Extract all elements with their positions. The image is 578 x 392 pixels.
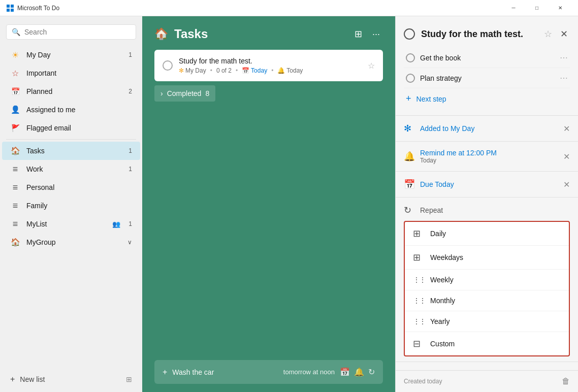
step-more-icon[interactable]: ⋯ [560,53,568,62]
task-star-icon[interactable]: ☆ [368,61,375,71]
svg-rect-3 [11,9,14,12]
completed-count: 8 [205,89,209,97]
due-section[interactable]: 📅 Due Today ✕ [396,172,578,198]
sidebar-item-important[interactable]: ☆ Important [2,64,140,82]
add-step-button[interactable]: + Next step [404,88,570,109]
repeat-yearly[interactable]: ⋮⋮ Yearly [405,311,569,332]
sidebar-item-label: Planned [26,87,122,95]
due-remove-button[interactable]: ✕ [563,180,570,189]
new-list-button[interactable]: + New list ⊞ [2,371,140,388]
detail-task-title: Study for the math test. [421,29,538,40]
detail-close-button[interactable]: ✕ [558,26,570,42]
more-options-button[interactable]: ··· [369,26,383,42]
my-day-remove-button[interactable]: ✕ [563,124,570,134]
sidebar-item-mygroup[interactable]: 🏠 MyGroup ∨ [2,233,140,251]
detail-star-icon[interactable]: ☆ [544,28,552,40]
add-task-repeat-icon[interactable]: ↻ [368,367,375,377]
repeat-custom[interactable]: ⊟ Custom [405,332,569,355]
new-list-label: New list [20,375,45,383]
completed-section[interactable]: › Completed 8 [154,85,215,102]
sidebar-item-label: Personal [26,183,132,191]
task-complete-circle[interactable] [163,60,173,71]
new-list-options-icon: ⊞ [126,375,132,383]
app-logo: Microsoft To Do [6,4,59,12]
close-button[interactable]: ✕ [549,0,572,16]
sidebar-item-label: Tasks [26,147,122,155]
sidebar-item-work[interactable]: ≡ Work 1 [2,160,140,178]
repeat-label-row[interactable]: ↻ Repeat [404,203,570,221]
task-title: Study for the math test. [179,57,362,65]
family-icon: ≡ [10,201,20,211]
sidebar-item-flagged[interactable]: 🚩 Flagged email [2,119,140,137]
detail-header: Study for the math test. ☆ ✕ [396,16,578,48]
tasks-header: 🏠 Tasks ⊞ ··· [142,16,395,50]
add-task-text: Wash the car [172,368,278,376]
weekdays-label: Weekdays [430,253,463,262]
svg-rect-1 [11,5,14,8]
add-task-actions: 📅 🔔 ↻ [340,367,375,377]
repeat-daily[interactable]: ⊞ Daily [405,222,569,246]
sidebar-item-personal[interactable]: ≡ Personal [2,178,140,197]
repeat-weekdays[interactable]: ⊞ Weekdays [405,246,569,270]
custom-icon: ⊟ [413,338,424,349]
step-circle[interactable] [406,53,415,62]
sidebar-item-assigned[interactable]: 👤 Assigned to me [2,101,140,119]
work-icon: ≡ [10,164,20,174]
sidebar: 🔍 ☀ My Day 1 ☆ Important 📅 Planned 2 👤 A… [0,16,142,392]
mylist-icon: ≡ [10,219,20,229]
tasks-count: 1 [129,147,132,154]
delete-task-button[interactable]: 🗑 [562,377,570,386]
weekly-icon: ⋮⋮ [413,276,424,284]
sidebar-item-label: My Day [26,51,122,59]
bell-icon: 🔔 [277,67,285,74]
remind-section-content: Remind me at 12:00 PM Today [420,149,558,164]
repeat-icon: ↻ [404,205,415,216]
repeat-monthly[interactable]: ⋮⋮ Monthly [405,290,569,311]
search-bar[interactable]: 🔍 [6,24,136,40]
my-day-section[interactable]: ✻ Added to My Day ✕ [396,116,578,142]
my-day-count: 1 [129,51,132,58]
sidebar-item-label: MyGroup [26,238,121,246]
step-more-icon[interactable]: ⋯ [560,73,568,83]
detail-task-circle[interactable] [404,28,415,40]
yearly-icon: ⋮⋮ [413,317,424,325]
step-label: Get the book [420,54,555,62]
step-circle[interactable] [406,74,415,83]
detail-panel: Study for the math test. ☆ ✕ Get the boo… [395,16,578,392]
remind-remove-button[interactable]: ✕ [563,152,570,161]
sidebar-item-planned[interactable]: 📅 Planned 2 [2,82,140,101]
main-content: 🏠 Tasks ⊞ ··· Study for the math test. ✻… [142,16,395,392]
remind-section[interactable]: 🔔 Remind me at 12:00 PM Today ✕ [396,142,578,172]
sidebar-item-my-day[interactable]: ☀ My Day 1 [2,46,140,64]
tasks-list: Study for the math test. ✻ My Day • 0 of… [142,50,395,352]
daily-icon: ⊞ [413,228,424,239]
app-body: 🔍 ☀ My Day 1 ☆ Important 📅 Planned 2 👤 A… [0,16,578,392]
task-item: Study for the math test. ✻ My Day • 0 of… [154,50,383,81]
sidebar-item-label: Flagged email [26,124,132,132]
shared-icon: 👥 [112,220,120,228]
search-input[interactable] [24,28,131,36]
detail-footer: Created today 🗑 [396,370,578,392]
repeat-weekly[interactable]: ⋮⋮ Weekly [405,270,569,290]
add-task-due: tomorrow at noon [283,368,335,376]
weekdays-icon: ⊞ [413,252,424,263]
flagged-icon: 🚩 [10,123,20,133]
sidebar-item-label: MyList [26,220,106,228]
add-task-bell-icon[interactable]: 🔔 [354,367,364,377]
layout-button[interactable]: ⊞ [351,26,365,42]
logo-icon [6,4,14,12]
tasks-icon: 🏠 [10,146,20,156]
maximize-button[interactable]: □ [525,0,549,16]
calendar-icon: 📅 [242,67,249,74]
page-title: Tasks [174,27,345,41]
planned-count: 2 [129,88,132,95]
sidebar-item-mylist[interactable]: ≡ MyList 👥 1 [2,215,140,233]
add-task-calendar-icon[interactable]: 📅 [340,367,350,377]
sidebar-item-tasks[interactable]: 🏠 Tasks 1 [2,142,140,160]
detail-steps: Get the book ⋯ Plan strategy ⋯ + Next st… [396,48,578,116]
task-reminder-meta: 🔔 Today [277,67,303,74]
sidebar-item-family[interactable]: ≡ Family [2,197,140,215]
add-task-bar[interactable]: + Wash the car tomorrow at noon 📅 🔔 ↻ [154,360,383,384]
step-label: Plan strategy [420,74,555,82]
minimize-button[interactable]: ─ [502,0,525,16]
